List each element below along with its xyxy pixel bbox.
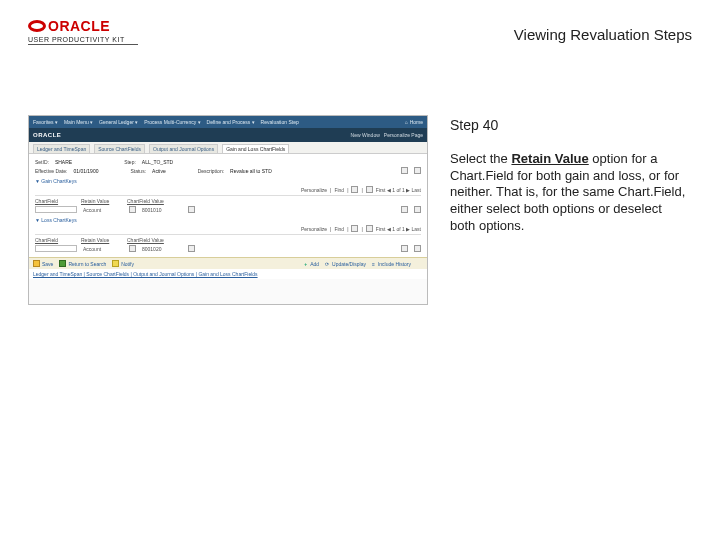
grid-zoom-icon[interactable] [351, 186, 358, 193]
content-row: Favorites ▾ Main Menu ▾ General Ledger ▾… [28, 115, 692, 305]
step-value: ALL_TO_STD [142, 159, 173, 165]
instr-pre: Select the [450, 151, 511, 166]
oracle-brand: ORACLE [33, 132, 61, 138]
lookup-icon[interactable] [188, 245, 195, 252]
col-chartfield[interactable]: ChartField [35, 237, 75, 243]
breadcrumb-item[interactable]: Main Menu ▾ [64, 119, 93, 125]
chartfield-select[interactable] [35, 245, 77, 252]
include-history-button[interactable]: Include History [372, 261, 411, 267]
personalize-page-link[interactable]: Personalize Page [384, 132, 423, 138]
delete-row-icon[interactable] [414, 206, 421, 213]
grid-personalize[interactable]: Personalize [301, 187, 327, 193]
step-number: Step 40 [450, 117, 688, 133]
add-button[interactable]: Add [304, 261, 319, 267]
instr-keyword: Retain Value [511, 151, 588, 166]
form-body: SetID: SHARE Step: ALL_TO_STD Effective … [29, 154, 427, 257]
effdate-label: Effective Date: [35, 168, 67, 174]
save-icon [33, 260, 40, 267]
table-row: Account 8001020 [35, 245, 421, 252]
delete-row-icon[interactable] [414, 245, 421, 252]
tab-gain-loss-chartfields[interactable]: Gain and Loss ChartFields [222, 144, 289, 153]
breadcrumb-item[interactable]: Process Multi-Currency ▾ [144, 119, 200, 125]
grid-find[interactable]: Find [334, 226, 344, 232]
instruction-column: Step 40 Select the Retain Value option f… [450, 115, 688, 234]
footer-link[interactable]: Ledger and TimeSpan | Source ChartFields… [33, 271, 258, 277]
step-label: Step: [124, 159, 136, 165]
breadcrumb-item[interactable]: Define and Process ▾ [207, 119, 255, 125]
upk-subtitle: USER PRODUCTIVITY KIT [28, 36, 138, 45]
header: ORACLE USER PRODUCTIVITY KIT Viewing Rev… [28, 18, 692, 45]
desc-label: Description: [198, 168, 224, 174]
gain-chartfield-value: 8001010 [142, 207, 182, 213]
tab-strip: Ledger and TimeSpan Source ChartFields O… [29, 142, 427, 154]
footer-tab-links[interactable]: Ledger and TimeSpan | Source ChartFields… [29, 269, 427, 279]
grid-zoom-icon[interactable] [351, 225, 358, 232]
account-value: Account [83, 246, 123, 252]
grid-nav[interactable]: First ◀ 1 of 1 ▶ Last [376, 187, 421, 193]
col-chartfield-value[interactable]: ChartField Value [127, 198, 167, 204]
home-label: Home [410, 119, 423, 125]
status-label: Status: [130, 168, 146, 174]
setid-value: SHARE [55, 159, 72, 165]
app-breadcrumb-bar: Favorites ▾ Main Menu ▾ General Ledger ▾… [29, 116, 427, 128]
oracle-o-icon [28, 20, 46, 32]
account-value: Account [83, 207, 123, 213]
slide: ORACLE USER PRODUCTIVITY KIT Viewing Rev… [0, 0, 720, 540]
action-bar: Save Return to Search Notify Add Update/… [29, 257, 427, 269]
delete-row-icon[interactable] [414, 167, 421, 174]
lookup-icon[interactable] [188, 206, 195, 213]
table-row: Account 8001010 [35, 206, 421, 213]
grid-nav[interactable]: First ◀ 1 of 1 ▶ Last [376, 226, 421, 232]
notify-button[interactable]: Notify [112, 260, 134, 267]
status-value: Active [152, 168, 166, 174]
col-retain-value[interactable]: Retain Value [81, 198, 121, 204]
page-title: Viewing Revaluation Steps [514, 26, 692, 43]
col-retain-value[interactable]: Retain Value [81, 237, 121, 243]
setid-label: SetID: [35, 159, 49, 165]
add-row-icon[interactable] [401, 245, 408, 252]
add-row-icon[interactable] [401, 167, 408, 174]
embedded-screenshot: Favorites ▾ Main Menu ▾ General Ledger ▾… [28, 115, 428, 305]
update-display-button[interactable]: Update/Display [325, 261, 366, 267]
home-link[interactable]: ⌂ Home [405, 119, 423, 125]
section-loss-chartkeys[interactable]: Loss ChartKeys [35, 217, 421, 223]
loss-chartfield-value: 8001020 [142, 246, 182, 252]
brand-bar-links: New Window Personalize Page [351, 132, 423, 138]
return-icon [59, 260, 66, 267]
grid-find[interactable]: Find [334, 187, 344, 193]
tab-source-chartfields[interactable]: Source ChartFields [94, 144, 145, 153]
col-chartfield[interactable]: ChartField [35, 198, 75, 204]
logo-block: ORACLE USER PRODUCTIVITY KIT [28, 18, 138, 45]
app-brand-bar: ORACLE New Window Personalize Page [29, 128, 427, 142]
new-window-link[interactable]: New Window [351, 132, 380, 138]
save-button[interactable]: Save [33, 260, 53, 267]
retain-value-checkbox[interactable] [129, 245, 136, 252]
return-to-search-button[interactable]: Return to Search [59, 260, 106, 267]
chartfield-select[interactable] [35, 206, 77, 213]
oracle-logo: ORACLE [28, 18, 138, 34]
grid-download-icon[interactable] [366, 186, 373, 193]
instruction-text: Select the Retain Value option for a Cha… [450, 151, 688, 234]
tab-output-journal[interactable]: Output and Journal Options [149, 144, 218, 153]
retain-value-checkbox[interactable] [129, 206, 136, 213]
grid-personalize[interactable]: Personalize [301, 226, 327, 232]
breadcrumb-item[interactable]: Revaluation Step [261, 119, 299, 125]
col-chartfield-value[interactable]: ChartField Value [127, 237, 167, 243]
breadcrumb-item[interactable]: Favorites ▾ [33, 119, 58, 125]
grid-download-icon[interactable] [366, 225, 373, 232]
home-icon: ⌂ [405, 119, 408, 125]
section-gain-chartkeys[interactable]: Gain ChartKeys [35, 178, 421, 184]
oracle-word: ORACLE [48, 18, 110, 34]
add-row-icon[interactable] [401, 206, 408, 213]
notify-icon [112, 260, 119, 267]
breadcrumb-item[interactable]: General Ledger ▾ [99, 119, 138, 125]
effdate-value: 01/01/1900 [73, 168, 98, 174]
desc-value: Revalue all to STD [230, 168, 272, 174]
tab-ledger-timespan[interactable]: Ledger and TimeSpan [33, 144, 90, 153]
